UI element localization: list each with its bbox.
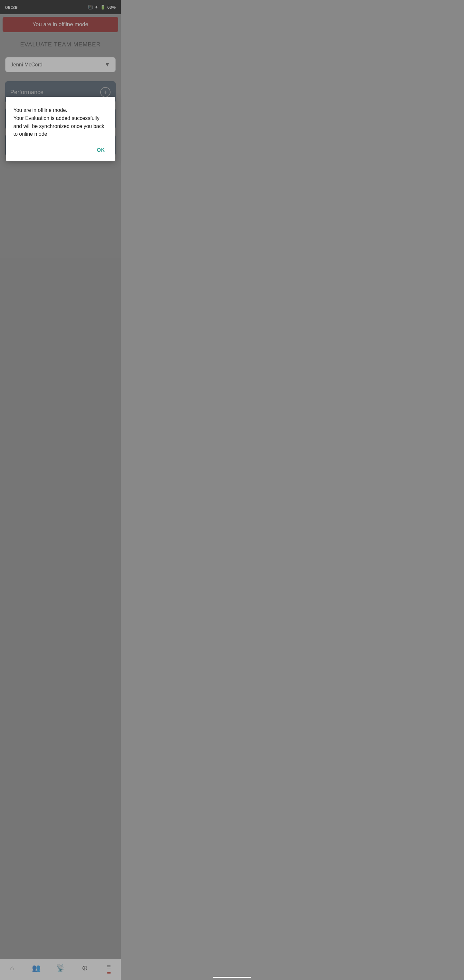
- ok-button[interactable]: OK: [94, 146, 108, 154]
- dialog-message: You are in offline mode. Your Evaluation…: [14, 107, 108, 138]
- dialog-actions: OK: [14, 146, 108, 154]
- dialog-overlay: You are in offline mode. Your Evaluation…: [0, 0, 121, 262]
- offline-dialog: You are in offline mode. Your Evaluation…: [6, 97, 115, 161]
